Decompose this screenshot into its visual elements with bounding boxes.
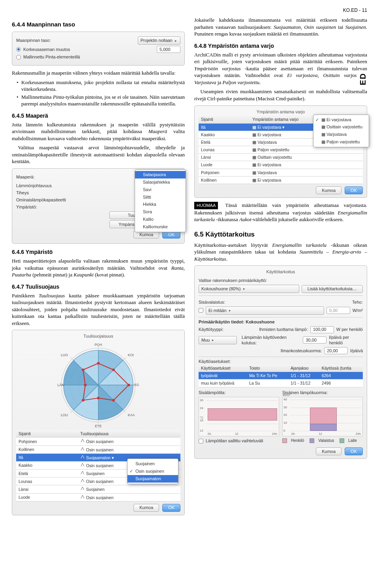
p-644-intro: Rakennusmallin ja maaperän välinen yhtey…: [12, 70, 185, 77]
label-taso: Maanpinnan taso:: [16, 38, 51, 43]
panel-kayttotarkoitus: Käyttötarkoitus Valitse rakennuksen prim…: [194, 265, 367, 459]
field-ilmankosteus[interactable]: 20,00: [324, 347, 348, 354]
label-lkv: Lämpimän käyttöveden kulutus:: [242, 334, 300, 346]
label-ymparisto: Ympäristö:: [16, 204, 37, 210]
mi-salaojasora[interactable]: Salaojasora: [135, 171, 186, 178]
table-row[interactable]: Luode Osin suojainen: [16, 493, 180, 501]
label-primaari: Primäärikäytön tiedot: Kokoushuone: [199, 319, 275, 324]
heading-646: 6.4.6 Ympäristö: [12, 248, 185, 256]
mi-savi[interactable]: Savi: [135, 186, 186, 193]
field-korkeus-value[interactable]: 5,000: [157, 46, 180, 53]
p-647: Painikkeen Tuulisuojaus kautta pääsee mu…: [12, 292, 185, 327]
mi-salaojahiekka[interactable]: Salaojahiekka: [135, 178, 186, 186]
button-ok-varjo[interactable]: OK: [345, 186, 363, 194]
table-row[interactable]: Länsi Suojainen: [16, 485, 180, 493]
svg-point-11: [128, 384, 130, 387]
table-row[interactable]: Koillinen Osin suojainen: [16, 445, 180, 453]
button-lisaa-kaytto[interactable]: Lisää käyttötarkoituksia…: [302, 285, 363, 293]
svg-text:LÄN: LÄN: [58, 383, 64, 387]
chk-vaihteluvali[interactable]: [199, 439, 203, 443]
label-vaihteluvali: Lämpötilan sallittu vaihteluväli: [206, 438, 263, 444]
mi-kallio[interactable]: Kallio: [135, 216, 186, 223]
table-row[interactable]: muu kuin työpäiväLa Su1/1 - 31/122496: [199, 379, 363, 387]
button-kumoa-kt[interactable]: Kumoa: [316, 447, 341, 455]
table-kset: KäyttöasetuksetToistoAjanjaksoKäytössä (…: [199, 364, 363, 387]
p-65: Käyttötarkoitus-asetukset löytyvät Energ…: [194, 242, 367, 263]
svg-text:KAA: KAA: [128, 413, 135, 417]
unit-lpph: l/päivä per henkilö: [329, 334, 363, 346]
label-maapera: Maaperä:: [16, 174, 34, 180]
label-teho: Teho:: [352, 299, 363, 305]
menu-maapera-options[interactable]: Salaojasora Salaojahiekka Savi Siltti Hi…: [135, 169, 186, 232]
label-ktyyppi: Käyttötyyppi:: [199, 327, 223, 333]
p-645-2: Valittua maaperää vastaavat arvot lämmön…: [12, 144, 185, 165]
table-row[interactable]: työpäivätMa Ti Ke To Pe1/1 - 31/126264: [199, 372, 363, 379]
side-tab: ED: [357, 70, 369, 88]
note-648: HUOMAA Tässä määritellään vain ympäristö…: [194, 202, 367, 223]
button-ok-kt[interactable]: OK: [345, 447, 363, 455]
menu-tuuli-options[interactable]: Suojainen ✓Osin suojainen Suojaamaton: [127, 458, 178, 484]
menu-varjo-options[interactable]: ✓▦ Ei varjostava ▦ Osittain varjostettu …: [313, 115, 369, 147]
mi-osittain[interactable]: ▦ Osittain varjostettu: [313, 123, 369, 131]
heading-65: 6.5 Käyttötarkoitus: [194, 230, 367, 239]
table-row[interactable]: Pohjoinen▦ Varjostava: [199, 169, 363, 176]
panel-maanpinnan-taso: Maanpinnan taso: Projektin nollaan Korke…: [12, 32, 185, 66]
page-header: KO.ED - 11: [12, 7, 367, 13]
button-ok-tuuli[interactable]: OK: [162, 504, 180, 512]
dropdown-ei-mitaan[interactable]: Ei mitään: [206, 306, 324, 315]
svg-point-12: [112, 399, 115, 402]
heading-647: 6.4.7 Tuulisuojaus: [12, 283, 185, 291]
field-teho[interactable]: 0,00: [326, 307, 350, 314]
p-648-2: Useampien rivien muokkaaminen samanaikai…: [194, 88, 367, 102]
table-row[interactable]: Koillinen▦ Ei varjostava: [199, 176, 363, 184]
table-row[interactable]: Pohjoinen Osin suojainen: [16, 438, 180, 445]
polar-chart: POH KOI ITÄ KAA ETE LOU LÄN LUO: [55, 342, 142, 428]
label-sisavalaistus: Sisävalaistus:: [199, 299, 225, 305]
mi-hiekka[interactable]: Hiekka: [135, 201, 186, 208]
heading-645: 6.4.5 Maaperä: [12, 112, 185, 120]
svg-point-15: [84, 384, 87, 387]
mi-ei-varjostava[interactable]: ✓▦ Ei varjostava: [313, 116, 369, 124]
svg-point-13: [97, 397, 100, 400]
panel-kt-title: Käyttötarkoitus: [199, 269, 363, 276]
label-kayttoasetukset: Käyttöasetukset:: [199, 359, 231, 364]
unit-lp: l/päivä: [350, 348, 363, 354]
heading-644: 6.4.4 Maanpinnan taso: [12, 21, 185, 28]
dropdown-muu[interactable]: Muu: [199, 336, 237, 344]
svg-point-10: [112, 368, 115, 371]
radio-mallinnettu[interactable]: [16, 55, 21, 60]
label-ihmisten: Ihmisten tuottama lämpö:: [259, 327, 308, 333]
field-ihmisten[interactable]: 100,00: [310, 326, 334, 333]
heading-648: 6.4.8 Ympäristön antama varjo: [194, 42, 367, 50]
p-648-1: ArchiCADin malli ei pysty arvioimaan ulk…: [194, 51, 367, 86]
p-646: Heti maaperätietojen alapuolella valitaa…: [12, 257, 185, 278]
label-ilmankosteus: Ilmankosteuskuorma:: [281, 348, 322, 354]
panel-tuuli-title: Tuulisuojaisuus: [16, 333, 180, 340]
unit-wm2: W/m²: [353, 308, 363, 314]
mi-suojainen[interactable]: Suojainen: [128, 460, 178, 468]
mi-suojaamaton[interactable]: Suojaamaton: [128, 475, 178, 483]
mi-osin-suojainen[interactable]: ✓Osin suojainen: [128, 468, 178, 475]
mi-paljon[interactable]: ▦ Paljon varjostettu: [313, 138, 369, 146]
dropdown-taso[interactable]: Projektin nollaan: [138, 36, 180, 45]
panel-maapera: Maaperä: Salaojasora Lämmönjohtavuus1.40…: [12, 168, 185, 244]
button-kumoa-varjo[interactable]: Kumoa: [316, 186, 341, 194]
mi-varjostava[interactable]: ▦ Varjostava: [313, 131, 369, 138]
mi-kalliomurske[interactable]: Kalliomurske: [135, 223, 186, 231]
field-lkv[interactable]: 30,00: [303, 336, 326, 344]
mi-siltti[interactable]: Siltti: [135, 193, 186, 201]
radio-korkeusasema[interactable]: [16, 47, 21, 52]
svg-point-14: [82, 399, 84, 402]
svg-text:POH: POH: [94, 343, 102, 347]
unit-wph: W per henkilö: [336, 327, 363, 333]
svg-point-9: [97, 362, 100, 365]
mi-sora[interactable]: Sora: [135, 208, 186, 216]
table-row[interactable]: Länsi▦ Osittain varjostettu: [199, 154, 363, 161]
button-kumoa-tuuli[interactable]: Kumoa: [133, 504, 159, 512]
dropdown-kaytto[interactable]: Kokoushuone (80%): [199, 285, 299, 293]
svg-text:ITÄ: ITÄ: [134, 383, 139, 387]
p-right-intro: Jokaiselle kahdeksasta ilmansuunnasta vo…: [194, 17, 367, 38]
checkbox-sisavalaistus[interactable]: [199, 308, 203, 313]
svg-text:LOU: LOU: [61, 413, 68, 417]
table-row[interactable]: Luode▦ Ei varjostava: [199, 161, 363, 169]
